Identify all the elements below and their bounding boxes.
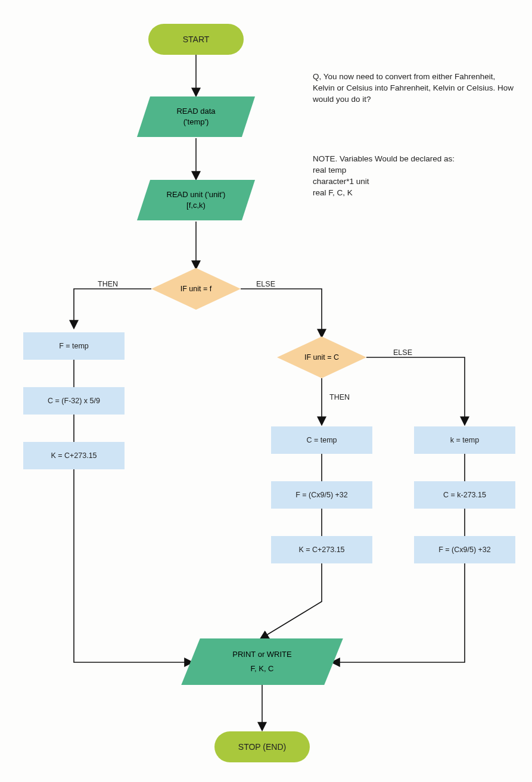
note-annotation: NOTE. Variables Would be declared as: re… <box>313 154 455 199</box>
c-eq-temp-label: C = temp <box>306 436 337 444</box>
c-eq-temp-process: C = temp <box>271 426 372 454</box>
f-eq-temp-process: F = temp <box>23 332 125 360</box>
if-unit-f-decision: IF unit = f <box>151 268 241 310</box>
start-terminator: START <box>148 24 244 55</box>
read-data-line2: ('temp') <box>183 117 209 127</box>
print-line2: F, K, C <box>250 663 273 674</box>
print-io: PRINT or WRITE F, K, C <box>191 638 334 685</box>
else-label-1: ELSE <box>256 280 275 288</box>
if-unit-f-label: IF unit = f <box>181 285 211 293</box>
then-label-1: THEN <box>98 280 118 288</box>
c-from-k-process: C = k-273.15 <box>414 481 515 509</box>
start-label: START <box>183 35 210 44</box>
f-from-c2-process: F = (Cx9/5) +32 <box>414 536 515 563</box>
note-line3: character*1 unit <box>313 176 455 188</box>
f-from-c1-label: F = (Cx9/5) +32 <box>295 491 348 499</box>
if-unit-c-decision: IF unit = C <box>277 337 366 378</box>
question-text: Q, You now need to convert from either F… <box>313 72 514 104</box>
f-from-c1-process: F = (Cx9/5) +32 <box>271 481 372 509</box>
k-from-c2-process: K = C+273.15 <box>271 536 372 563</box>
print-line1: PRINT or WRITE <box>232 649 291 660</box>
read-data-io: READ data ('temp') <box>144 96 248 137</box>
else-label-2: ELSE <box>393 348 412 357</box>
k-from-c1-label: K = C+273.15 <box>51 451 97 460</box>
f-eq-temp-label: F = temp <box>59 342 89 350</box>
read-unit-line2: [f,c,k) <box>186 200 206 211</box>
if-unit-c-label: IF unit = C <box>304 353 339 362</box>
read-unit-line1: READ unit ('unit') <box>167 189 226 200</box>
k-eq-temp-process: k = temp <box>414 426 515 454</box>
c-from-f-process: C = (F-32) x 5/9 <box>23 387 125 415</box>
note-line1: NOTE. Variables Would be declared as: <box>313 154 455 165</box>
then-label-2: THEN <box>329 393 350 401</box>
c-from-k-label: C = k-273.15 <box>443 491 486 499</box>
read-data-line1: READ data <box>176 106 215 117</box>
note-line4: real F, C, K <box>313 188 455 199</box>
read-unit-io: READ unit ('unit') [f,c,k) <box>144 180 248 220</box>
f-from-c2-label: F = (Cx9/5) +32 <box>438 546 491 554</box>
note-line2: real temp <box>313 165 455 176</box>
c-from-f-label: C = (F-32) x 5/9 <box>48 397 100 405</box>
k-eq-temp-label: k = temp <box>450 436 479 444</box>
k-from-c1-process: K = C+273.15 <box>23 442 125 469</box>
stop-terminator: STOP (END) <box>214 731 310 762</box>
question-annotation: Q, You now need to convert from either F… <box>313 71 515 105</box>
stop-label: STOP (END) <box>238 742 286 752</box>
k-from-c2-label: K = C+273.15 <box>298 546 344 554</box>
